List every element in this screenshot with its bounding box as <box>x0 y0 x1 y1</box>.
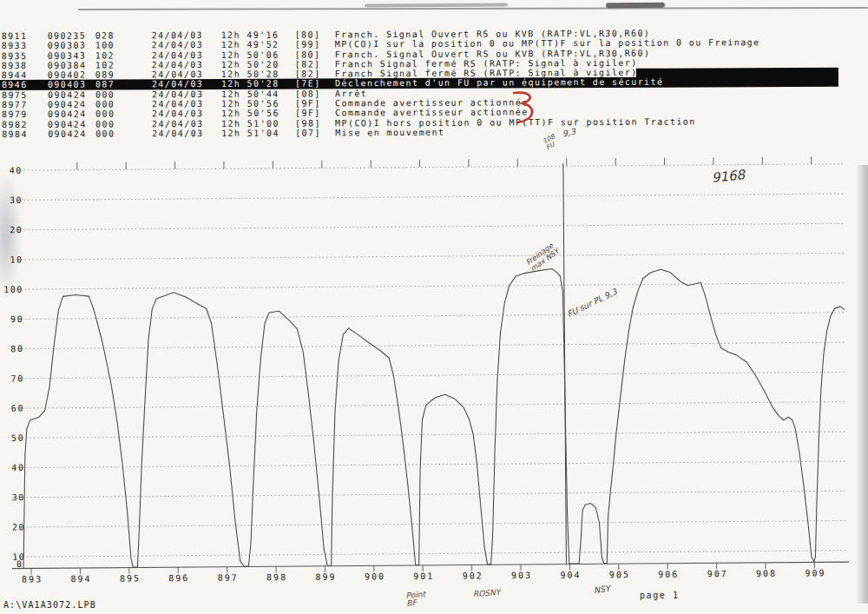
chart-gridline <box>14 313 845 320</box>
note-point-bf: Point BF <box>405 591 426 608</box>
red-pen-brace <box>509 89 547 128</box>
x-axis-tick-label: 902 <box>463 571 483 580</box>
y-axis-tick-label: 50 <box>11 433 24 443</box>
x-axis-tick-label: 903 <box>511 571 532 580</box>
x-axis-tick-label: 896 <box>168 573 189 583</box>
x-axis-tick-label: 898 <box>266 572 287 582</box>
y-axis-origin-label: 0 <box>16 559 22 569</box>
y-axis-tick-label: 70 <box>10 373 23 383</box>
y-axis-tick-label: 30 <box>12 492 25 502</box>
chart-gridline <box>15 461 846 468</box>
page-number-label: page 1 <box>640 591 680 600</box>
speed-curve <box>21 267 846 568</box>
scanned-event-log-page: { "table": { "columns": ["event_id","cod… <box>0 0 868 614</box>
x-axis-tick-label: 897 <box>218 573 239 583</box>
chart-gridline <box>15 402 846 409</box>
x-axis-tick-label: 904 <box>560 570 581 579</box>
chart-gridline <box>13 194 845 201</box>
y-axis-tick-label: 20 <box>12 522 25 531</box>
speed-distance-chart: 4030201010090807060504030201008938948958… <box>0 0 868 614</box>
chart-gridline <box>15 432 846 439</box>
y-axis-tick-label: 20 <box>10 225 23 234</box>
y-axis-tick-label: 80 <box>10 344 23 353</box>
x-axis-tick-label: 893 <box>22 574 43 584</box>
chart-gridline <box>14 372 845 379</box>
chart-gridline <box>13 223 845 230</box>
y-axis-tick-label: 10 <box>10 254 23 264</box>
file-path-label: A:\VA1A3072.LPB <box>3 600 96 610</box>
chart-gridline <box>13 283 845 290</box>
y-axis-tick-label: 100 <box>3 285 23 294</box>
x-axis-tick-label: 900 <box>365 571 385 581</box>
x-axis-tick-label: 899 <box>315 572 336 582</box>
chart-gridline <box>16 521 847 528</box>
y-axis-tick-label: 40 <box>10 166 23 175</box>
x-axis-tick-label: 907 <box>707 569 728 578</box>
x-axis-tick-label: 895 <box>120 573 141 583</box>
x-axis-tick-label: 908 <box>756 569 777 578</box>
y-axis-tick-label: 40 <box>11 463 24 472</box>
x-axis-tick-label: 909 <box>805 568 825 578</box>
chart-gridline <box>16 551 847 558</box>
x-axis-tick-label: 905 <box>609 570 630 579</box>
y-axis-tick-label: 30 <box>10 195 23 205</box>
chart-gridline <box>13 253 845 260</box>
y-axis-tick-label: 60 <box>11 404 24 413</box>
x-axis-tick-label: 901 <box>413 571 434 581</box>
x-axis-tick-label: 894 <box>70 574 91 584</box>
y-axis-tick-label: 90 <box>10 314 23 324</box>
chart-gridline <box>15 491 846 498</box>
x-axis-tick-label: 906 <box>658 570 679 579</box>
